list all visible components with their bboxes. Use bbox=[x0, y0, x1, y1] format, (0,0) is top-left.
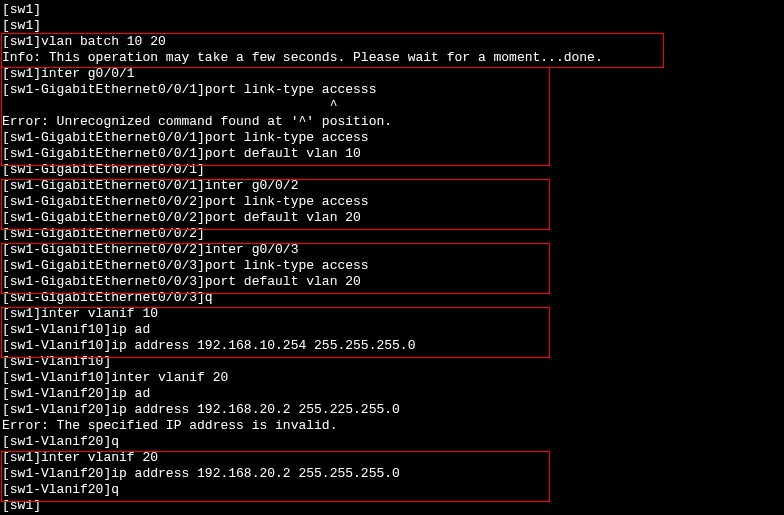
terminal-line: Info: This operation may take a few seco… bbox=[2, 50, 784, 66]
terminal-line: [sw1-GigabitEthernet0/0/3]port default v… bbox=[2, 274, 784, 290]
terminal-line: [sw1-Vlanif20]ip address 192.168.20.2 25… bbox=[2, 466, 784, 482]
terminal-line: [sw1-Vlanif20]q bbox=[2, 434, 784, 450]
terminal-line: [sw1-GigabitEthernet0/0/2]inter g0/0/3 bbox=[2, 242, 784, 258]
terminal-line: [sw1] bbox=[2, 2, 784, 18]
terminal-line: [sw1]inter g0/0/1 bbox=[2, 66, 784, 82]
terminal-line: ^ bbox=[2, 98, 784, 114]
terminal-line: [sw1-GigabitEthernet0/0/1]port default v… bbox=[2, 146, 784, 162]
terminal-line: [sw1-GigabitEthernet0/0/2]port link-type… bbox=[2, 194, 784, 210]
terminal-line: [sw1]inter vlanif 20 bbox=[2, 450, 784, 466]
terminal-line: Error: The specified IP address is inval… bbox=[2, 418, 784, 434]
terminal-line: [sw1-GigabitEthernet0/0/1]port link-type… bbox=[2, 82, 784, 98]
terminal-line: [sw1] bbox=[2, 498, 784, 514]
terminal-line: [sw1-Vlanif10] bbox=[2, 354, 784, 370]
terminal-line: [sw1-GigabitEthernet0/0/2] bbox=[2, 226, 784, 242]
terminal-line: [sw1-Vlanif20]q bbox=[2, 482, 784, 498]
terminal-line: [sw1] bbox=[2, 18, 784, 34]
terminal-line: [sw1]vlan batch 10 20 bbox=[2, 34, 784, 50]
terminal-line: [sw1-GigabitEthernet0/0/1]inter g0/0/2 bbox=[2, 178, 784, 194]
terminal-line: [sw1-GigabitEthernet0/0/3]q bbox=[2, 290, 784, 306]
terminal-line: [sw1-Vlanif20]ip address 192.168.20.2 25… bbox=[2, 402, 784, 418]
terminal-line: [sw1]inter vlanif 10 bbox=[2, 306, 784, 322]
terminal-line: Error: Unrecognized command found at '^'… bbox=[2, 114, 784, 130]
terminal-line: [sw1-Vlanif10]ip address 192.168.10.254 … bbox=[2, 338, 784, 354]
terminal-line: [sw1-Vlanif20]ip ad bbox=[2, 386, 784, 402]
terminal-line: [sw1-GigabitEthernet0/0/1] bbox=[2, 162, 784, 178]
terminal-line: [sw1-Vlanif10]ip ad bbox=[2, 322, 784, 338]
terminal-line: [sw1-GigabitEthernet0/0/3]port link-type… bbox=[2, 258, 784, 274]
terminal-output: [sw1][sw1][sw1]vlan batch 10 20Info: Thi… bbox=[0, 0, 784, 514]
terminal-line: [sw1-GigabitEthernet0/0/2]port default v… bbox=[2, 210, 784, 226]
terminal-line: [sw1-GigabitEthernet0/0/1]port link-type… bbox=[2, 130, 784, 146]
terminal-line: [sw1-Vlanif10]inter vlanif 20 bbox=[2, 370, 784, 386]
